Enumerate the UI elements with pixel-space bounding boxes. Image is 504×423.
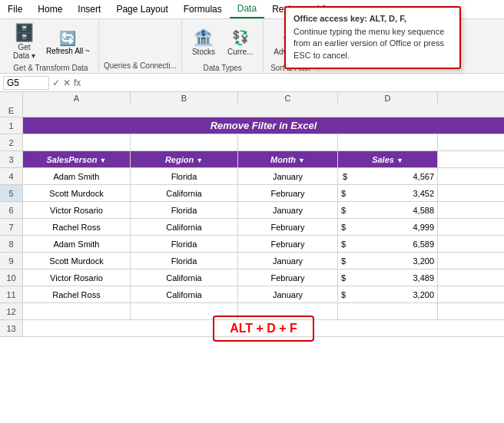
cell-sales[interactable]: $3,200 — [338, 253, 438, 269]
cross-icon: ✕ — [63, 78, 71, 88]
currencies-icon: 💱 — [232, 29, 249, 46]
dollar-sign: $ — [341, 269, 346, 286]
checkmark-icon: ✓ — [52, 78, 60, 88]
row-header-1[interactable]: 1 — [0, 117, 23, 134]
data-types-label: Data Types — [203, 62, 241, 72]
row-header-13[interactable]: 13 — [0, 320, 23, 337]
cell-salesperson[interactable]: Adam Smith — [23, 236, 131, 252]
table-row: Adam Smith Florida February $6,589 — [23, 236, 504, 253]
cell-region[interactable]: Florida — [131, 168, 238, 184]
tab-insert[interactable]: Insert — [70, 0, 108, 18]
cell-sales[interactable]: $4,999 — [338, 219, 438, 235]
tab-data[interactable]: Data — [230, 0, 264, 18]
col-header-c[interactable]: C — [238, 92, 338, 104]
cell-region[interactable]: Florida — [131, 202, 238, 218]
cell-month[interactable]: February — [238, 219, 338, 235]
cell-sales[interactable]: $6,589 — [338, 236, 438, 252]
cell-month[interactable]: January — [238, 168, 338, 184]
cell-sales[interactable]: $4,567 — [338, 168, 438, 184]
cell-month[interactable]: February — [238, 236, 338, 252]
row-header-6[interactable]: 6 — [0, 202, 23, 219]
cell-month[interactable]: January — [238, 253, 338, 269]
filter-arrow-region[interactable]: ▼ — [196, 157, 203, 164]
group-get-transform: 🗄️ GetData ▾ 🔄 Refresh All ~ Get & Trans… — [3, 21, 99, 71]
header-sales: Sales▼ — [338, 151, 438, 167]
name-box[interactable] — [3, 76, 49, 90]
row-header-3[interactable]: 3 — [0, 151, 23, 168]
table-row: Adam Smith Florida January $4,567 — [23, 168, 504, 185]
tooltip-title: Office access key: ALT, D, F, — [293, 14, 452, 23]
database-icon: 🗄️ — [14, 25, 35, 41]
tab-home[interactable]: Home — [30, 0, 70, 18]
sales-value: 3,452 — [413, 185, 434, 201]
currencies-button[interactable]: 💱 Curre... — [222, 22, 258, 62]
filter-arrow-salesperson[interactable]: ▼ — [100, 157, 107, 164]
cell-salesperson[interactable]: Victor Rosario — [23, 269, 131, 286]
col-header-e[interactable]: E — [0, 104, 23, 117]
stocks-icon: 🏦 — [193, 29, 214, 46]
row-headers: 1 2 3 4 5 6 7 8 9 10 11 12 13 — [0, 117, 23, 337]
row-header-10[interactable]: 10 — [0, 269, 23, 286]
cell-region[interactable]: California — [131, 286, 238, 302]
stocks-button[interactable]: 🏦 Stocks — [187, 22, 220, 62]
dollar-sign: $ — [341, 286, 346, 302]
col-headers: A B C D E — [0, 92, 504, 117]
tab-file[interactable]: File — [0, 0, 30, 18]
empty-cell — [131, 134, 238, 150]
refresh-label: Refresh All ~ — [46, 47, 90, 55]
dollar-sign: $ — [341, 236, 346, 252]
formula-bar: ✓ ✕ fx — [0, 74, 504, 92]
row-header-9[interactable]: 9 — [0, 253, 23, 269]
row-header-2[interactable]: 2 — [0, 134, 23, 151]
queries-label: Queries & Connecti... — [104, 60, 177, 70]
refresh-all-button[interactable]: 🔄 Refresh All ~ — [42, 28, 94, 58]
cell-month[interactable]: January — [238, 202, 338, 218]
sales-value: 6,589 — [413, 236, 434, 252]
shortcut-container: ALT + D + F — [23, 316, 504, 342]
col-header-b[interactable]: B — [131, 92, 238, 104]
cell-region[interactable]: Florida — [131, 253, 238, 269]
filter-arrow-month[interactable]: ▼ — [298, 157, 305, 164]
cell-salesperson[interactable]: Scott Murdock — [23, 185, 131, 201]
cell-sales[interactable]: $3,452 — [338, 185, 438, 201]
row-header-11[interactable]: 11 — [0, 286, 23, 303]
cell-salesperson[interactable]: Rachel Ross — [23, 286, 131, 302]
cell-region[interactable]: California — [131, 185, 238, 201]
row-header-8[interactable]: 8 — [0, 236, 23, 253]
row-header-12[interactable]: 12 — [0, 303, 23, 320]
row-header-4[interactable]: 4 — [0, 168, 23, 185]
filter-arrow-sales[interactable]: ▼ — [396, 157, 403, 164]
dollar-sign: $ — [341, 253, 346, 269]
cell-sales[interactable]: $3,489 — [338, 269, 438, 286]
table-row: Rachel Ross California January $3,200 — [23, 286, 504, 303]
shortcut-row: ALT + D + F — [23, 320, 504, 337]
cell-sales[interactable]: $4,588 — [338, 202, 438, 218]
cell-month[interactable]: January — [238, 286, 338, 302]
formula-input[interactable] — [84, 78, 501, 88]
cell-sales[interactable]: $3,200 — [338, 286, 438, 302]
cell-month[interactable]: February — [238, 185, 338, 201]
col-header-d[interactable]: D — [338, 92, 438, 104]
tab-page-layout[interactable]: Page Layout — [108, 0, 175, 18]
dollar-sign: $ — [341, 219, 346, 235]
cell-month[interactable]: February — [238, 269, 338, 286]
tab-formulas[interactable]: Formulas — [176, 0, 230, 18]
col-header-a[interactable]: A — [23, 92, 131, 104]
cell-salesperson[interactable]: Rachel Ross — [23, 219, 131, 235]
stocks-label: Stocks — [192, 48, 215, 56]
cell-salesperson[interactable]: Adam Smith — [23, 168, 131, 184]
empty-cell — [338, 134, 438, 150]
dollar-sign: $ — [341, 185, 346, 201]
cell-region[interactable]: California — [131, 219, 238, 235]
cell-region[interactable]: California — [131, 269, 238, 286]
tooltip-body: Continue typing the menu key sequence fr… — [293, 26, 452, 61]
row-header-7[interactable]: 7 — [0, 219, 23, 236]
cell-region[interactable]: Florida — [131, 236, 238, 252]
cell-salesperson[interactable]: Victor Rosario — [23, 202, 131, 218]
get-data-label: GetData ▾ — [13, 43, 35, 60]
header-salesperson: SalesPerson▼ — [23, 151, 131, 167]
get-data-button[interactable]: 🗄️ GetData ▾ — [8, 22, 41, 62]
sales-value: 3,489 — [413, 269, 434, 286]
row-header-5[interactable]: 5 — [0, 185, 23, 202]
cell-salesperson[interactable]: Scott Murdock — [23, 253, 131, 269]
